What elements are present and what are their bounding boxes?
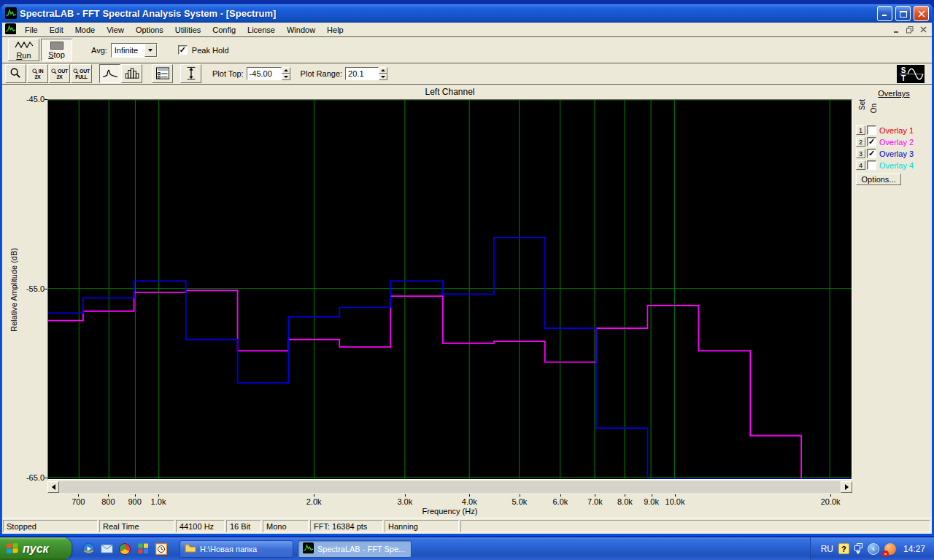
media-player-icon[interactable] [82,542,95,556]
app-window: SpectraLAB - FFT Spectral Analysis Syste… [0,4,934,536]
signal-generator-button[interactable]: ST [897,65,925,85]
x-axis-ticks: 7008009001.0k2.0k3.0k4.0k5.0k6.0k7.0k8.0… [47,494,852,508]
menu-item-file[interactable]: File [19,24,44,36]
svg-text:S: S [901,66,906,74]
x-tick-label: 3.0k [397,497,412,506]
start-button[interactable]: пуск [0,537,72,560]
document-icon [5,23,16,36]
overlay-4-set-button[interactable]: 4 [856,160,865,170]
language-indicator[interactable]: RU [821,544,833,554]
x-axis-label: Frequency (Hz) [47,507,852,516]
clock-app-icon[interactable] [155,542,168,556]
zoom-full-line2: FULL [75,74,88,79]
spectrum-plot[interactable] [47,99,852,480]
horizontal-scrollbar[interactable] [47,481,852,493]
window-title: SpectraLAB - FFT Spectral Analysis Syste… [20,8,874,19]
svg-text:T: T [901,74,906,82]
hide-icons-chevron[interactable]: ‹ [868,543,879,555]
menu-item-mode[interactable]: Mode [69,24,101,36]
magnifier-icon [9,67,22,81]
overlay-1-checkbox[interactable] [867,125,876,135]
scroll-left-arrow[interactable] [47,481,59,493]
stop-label: Stop [48,50,65,59]
maximize-button[interactable] [895,6,911,21]
taskbar-clock[interactable]: 14:27 [903,544,925,554]
avg-select[interactable]: Infinite [111,43,158,58]
plot-range-up-button[interactable] [379,67,387,74]
dropdown-arrow-icon[interactable] [144,44,157,57]
x-tick-label: 20.0k [821,497,841,506]
menu-item-window[interactable]: Window [281,24,321,36]
overlays-options-button[interactable]: Options... [856,174,901,185]
menu-item-config[interactable]: Config [207,24,242,36]
mdi-minimize-button[interactable] [891,25,903,35]
menu-item-edit[interactable]: Edit [44,24,69,36]
overlays-panel: Overlays Set On 1 Overlay 1 2 Overlay 2 … [856,89,932,185]
mail-icon[interactable] [100,542,113,556]
avg-value: Infinite [112,44,144,57]
mdi-close-button[interactable] [917,25,929,35]
app-shortcut-icon[interactable] [136,542,150,556]
menu-item-view[interactable]: View [101,24,130,36]
x-tick-mark [595,494,595,497]
x-tick-mark [78,494,79,497]
spectrum-view-button[interactable] [99,64,120,83]
title-bar: SpectraLAB - FFT Spectral Analysis Syste… [2,4,932,23]
overlay-row: 1 Overlay 1 [856,125,932,135]
run-button[interactable]: Run [8,39,39,61]
taskbar-task-spectralab[interactable]: SpectraLAB - FFT Spe... [298,540,412,558]
overlay-1-set-button[interactable]: 1 [856,125,865,135]
tray-expand-caret[interactable] [856,551,860,554]
menu-item-license[interactable]: License [242,24,281,36]
x-tick-mark [625,494,625,497]
minimize-button[interactable] [877,6,892,21]
zoom-out-2x-button[interactable]: OUT 2X [49,64,70,83]
zoom-in-2x-button[interactable]: IN 2X [27,64,48,83]
overlay-3-checkbox[interactable] [867,149,876,158]
scroll-right-arrow[interactable] [841,481,852,493]
chart-area: Left Channel Relative Amplitude (dB) -45… [2,85,932,518]
plot-range-down-button[interactable] [379,74,387,80]
display-options-button[interactable] [152,64,173,83]
x-tick-label: 9.0k [644,497,659,506]
plot-range-input[interactable]: 20.1 [345,67,379,80]
overlay-2-checkbox[interactable] [867,137,876,147]
plot-top-up-button[interactable] [282,67,290,74]
language-help-icon[interactable]: ? [838,543,849,554]
plot-top-down-button[interactable] [282,74,290,80]
tray-window-icon[interactable] [854,543,862,554]
x-tick-mark [469,494,470,497]
plot-top-input[interactable]: -45.00 [247,67,282,80]
overlay-row: 2 Overlay 2 [856,137,932,147]
antivirus-tray-icon[interactable] [884,543,896,555]
x-tick-label: 700 [72,497,85,506]
taskbar: пуск H:\Новая папка SpectraLAB - FFT Spe… [0,537,934,560]
overlay-4-checkbox[interactable] [867,160,876,170]
overlay-2-set-button[interactable]: 2 [856,137,865,147]
x-tick-label: 2.0k [306,497,322,506]
list-icon [155,67,170,81]
set-column-label: Set [858,99,866,110]
vertical-scale-button[interactable] [180,64,201,83]
menu-item-help[interactable]: Help [321,24,350,36]
bar-chart-icon [124,67,140,80]
x-tick-mark [314,494,314,497]
overlay-3-set-button[interactable]: 3 [856,149,865,158]
zoom-out-full-button[interactable]: OUT FULL [71,64,92,83]
x-tick-mark [405,494,406,497]
plot-toolbar: IN 2X OUT 2X OUT FULL Plot Top: -45.00 [2,63,932,85]
x-tick-mark [560,494,561,497]
taskbar-task-folder[interactable]: H:\Новая папка [180,540,293,558]
x-tick-mark [830,494,831,497]
menu-item-options[interactable]: Options [130,24,169,36]
browser-icon[interactable] [118,542,131,556]
close-button[interactable] [914,6,929,21]
mdi-restore-button[interactable] [904,25,916,35]
transport-toolbar: Run Stop Avg: Infinite Peak Hold [2,37,932,63]
peak-hold-checkbox[interactable] [178,45,188,55]
zoom-button[interactable] [5,64,26,83]
stop-button[interactable]: Stop [41,39,72,61]
status-window-function: Hanning [385,520,459,532]
menu-item-utilities[interactable]: Utilities [169,24,207,36]
bar-view-button[interactable] [121,64,142,83]
